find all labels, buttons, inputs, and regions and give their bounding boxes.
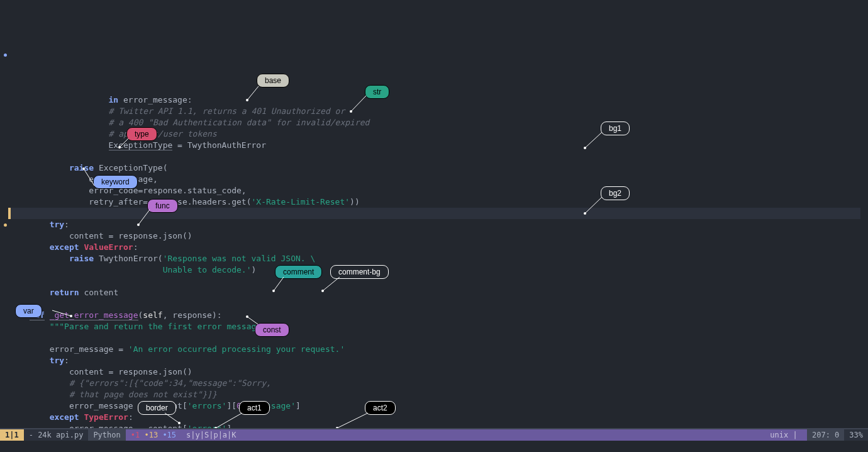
- label-str: str: [365, 85, 389, 99]
- code-line: raise TwythonError('Response was not val…: [10, 254, 315, 263]
- code-line: [10, 208, 15, 218]
- code-line: try:: [10, 356, 69, 365]
- code-line: ExceptionType = TwythonAuthError: [10, 140, 266, 150]
- code-line: [10, 333, 15, 342]
- code-line: try:: [10, 220, 69, 229]
- label-bg2: bg2: [601, 186, 630, 200]
- label-base: base: [257, 74, 289, 88]
- status-window-number: 1|1: [0, 429, 24, 441]
- ex-command-line[interactable]: [0, 441, 868, 452]
- gutter-mark-warning: [4, 223, 7, 227]
- statusbar: 1|1 - 24k api.py Python •1 •13 •15 s|y|S…: [0, 428, 868, 441]
- status-percent: 33%: [844, 429, 868, 441]
- label-comment: comment: [275, 265, 322, 279]
- code-line: [10, 276, 15, 286]
- label-var: var: [15, 304, 42, 318]
- label-act2: act2: [365, 401, 396, 415]
- label-border: border: [138, 401, 176, 415]
- label-func: func: [147, 199, 178, 213]
- code-line: # {"errors":[{"code":34,"message":"Sorry…: [10, 378, 271, 388]
- status-style: s|y|S|p|a|K: [181, 429, 241, 441]
- code-line: except TypeError:: [10, 412, 133, 422]
- status-position: 207: 0: [807, 429, 844, 441]
- code-line: except ValueError:: [10, 242, 138, 252]
- label-comment-bg: comment-bg: [330, 265, 389, 279]
- gutter-mark-info: [4, 54, 7, 57]
- code-line: # app keys/user tokens: [10, 129, 217, 138]
- status-filetype: Python: [88, 429, 125, 441]
- label-bg1: bg1: [601, 121, 630, 135]
- status-encoding: unix |: [765, 429, 807, 441]
- code-line: Unable to decode.'): [10, 265, 256, 274]
- code-line: error_message = 'An error occurred proce…: [10, 344, 345, 354]
- label-const: const: [255, 323, 289, 337]
- code-line: [10, 299, 15, 308]
- label-type: type: [126, 127, 157, 141]
- status-lint: •1 •13 •15: [126, 429, 181, 441]
- code-line: [10, 152, 15, 161]
- code-line: content = response.json(): [10, 367, 192, 376]
- code-editor[interactable]: in error_message: # Twitter API 1.1, ret…: [0, 0, 868, 436]
- code-line: content = response.json(): [10, 231, 192, 240]
- code-line: raise ExceptionType(: [10, 163, 167, 172]
- label-keyword: keyword: [93, 175, 138, 189]
- code-line: """Parse and return the first error mess…: [10, 322, 276, 331]
- code-line: retry_after=response.headers.get('X-Rate…: [10, 197, 360, 206]
- code-line: # a 400 "Bad Authentication data" for in…: [10, 118, 369, 127]
- code-line: return content: [10, 288, 118, 297]
- code-line: in error_message:: [10, 95, 192, 105]
- code-line: # Twitter API 1.1, returns a 401 Unautho…: [10, 106, 345, 116]
- status-filename: - 24k api.py: [24, 429, 89, 441]
- code-line: # that page does not exist"}]}: [10, 390, 217, 399]
- label-act1: act1: [239, 401, 270, 415]
